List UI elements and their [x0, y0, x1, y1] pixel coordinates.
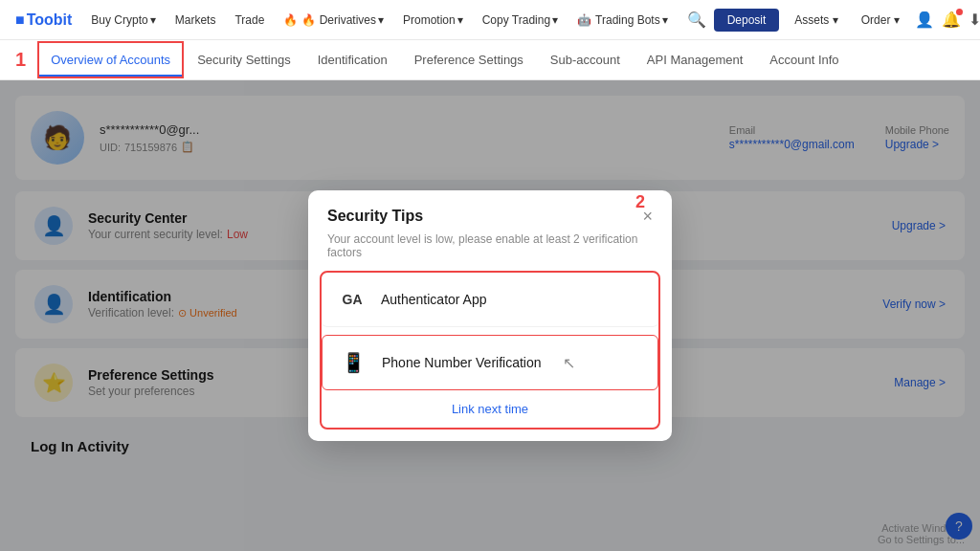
- deposit-button[interactable]: Deposit: [714, 9, 780, 32]
- notification-dot: [956, 9, 963, 15]
- nav-items: Buy Crypto ▾ Markets Trade 🔥 🔥 Derivativ…: [83, 10, 675, 31]
- annotation-1: 1: [15, 49, 26, 71]
- tab-sub-account[interactable]: Sub-account: [537, 41, 634, 78]
- tab-identification[interactable]: Identification: [304, 41, 401, 78]
- tab-preference-settings[interactable]: Preference Settings: [401, 41, 537, 78]
- nav-buy-crypto[interactable]: Buy Crypto ▾: [83, 10, 163, 31]
- tab-overview[interactable]: Overview of Accounts: [37, 41, 184, 78]
- download-icon[interactable]: ⬇: [969, 11, 980, 29]
- logo-icon: ■: [15, 11, 25, 29]
- nav-copy-trading[interactable]: Copy Trading ▾: [475, 10, 566, 31]
- phone-icon: 📱: [338, 347, 368, 378]
- profile-icon[interactable]: 👤: [915, 11, 934, 29]
- nav-order[interactable]: Order ▾: [854, 10, 907, 31]
- nav-trade[interactable]: Trade: [227, 10, 272, 31]
- nav-markets[interactable]: Markets: [167, 10, 224, 31]
- phone-option[interactable]: 📱 Phone Number Verification ↖: [322, 335, 658, 390]
- cursor-icon: ↖: [563, 354, 575, 372]
- nav-right: 🔍 Deposit Assets ▾ Order ▾ 👤 🔔 ⬇ 🌐: [687, 9, 980, 32]
- modal-overlay: Security Tips 2 × Your account level is …: [0, 80, 980, 551]
- main-content: 🧑 s***********0@gr... UID: 715159876 📋 E…: [0, 80, 980, 551]
- logo-text: Toobit: [27, 11, 73, 29]
- link-next-button[interactable]: Link next time: [452, 402, 528, 416]
- nav-trading-bots[interactable]: 🤖 Trading Bots ▾: [569, 10, 676, 31]
- modal-header: Security Tips 2 ×: [308, 190, 672, 232]
- options-container: GA Authenticator App 📱 Phone Number Veri…: [320, 271, 660, 430]
- nav-assets[interactable]: Assets ▾: [787, 10, 845, 31]
- modal-subtitle: Your account level is low, please enable…: [308, 232, 672, 271]
- tab-security-settings[interactable]: Security Settings: [184, 41, 304, 78]
- tab-api-management[interactable]: API Management: [634, 41, 756, 78]
- tabs-bar: 1 Overview of Accounts Security Settings…: [0, 40, 980, 80]
- security-tips-modal: Security Tips 2 × Your account level is …: [308, 190, 672, 441]
- ga-label-icon: GA: [337, 284, 368, 315]
- nav-promotion[interactable]: Promotion ▾: [395, 10, 471, 31]
- tab-account-info[interactable]: Account Info: [756, 41, 852, 78]
- search-icon[interactable]: 🔍: [687, 11, 706, 29]
- modal-title: Security Tips: [327, 208, 423, 225]
- link-next-container: Link next time: [322, 398, 658, 428]
- logo[interactable]: ■ Toobit: [15, 11, 72, 29]
- phone-option-label: Phone Number Verification: [382, 355, 542, 370]
- notifications-badge[interactable]: 🔔: [942, 11, 961, 29]
- ga-option[interactable]: GA Authenticator App: [322, 273, 658, 327]
- navbar: ■ Toobit Buy Crypto ▾ Markets Trade 🔥 🔥 …: [0, 0, 980, 40]
- annotation-2: 2: [635, 192, 645, 212]
- ga-option-label: Authenticator App: [381, 292, 487, 307]
- nav-derivatives[interactable]: 🔥 🔥 Derivatives ▾: [276, 10, 391, 31]
